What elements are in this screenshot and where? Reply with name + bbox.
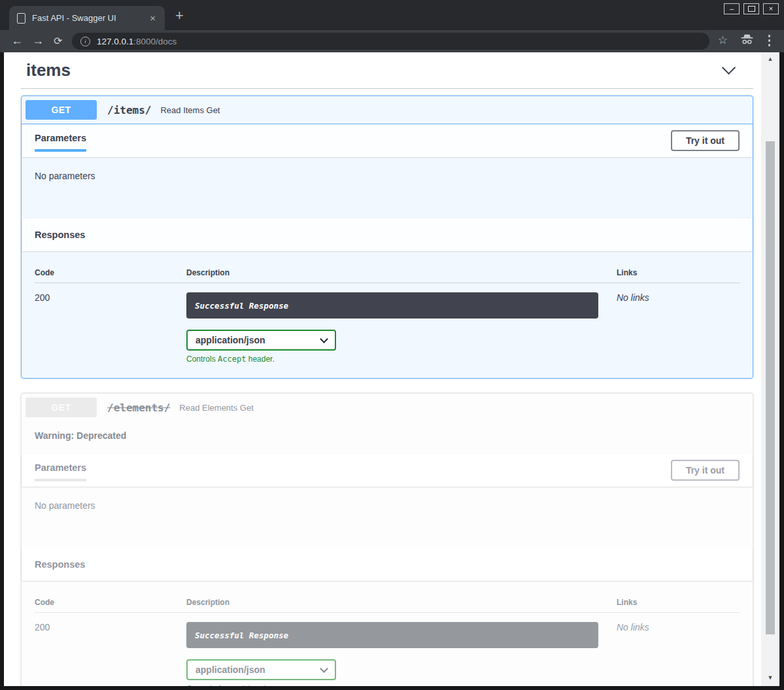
parameters-body: No parameters (22, 157, 753, 218)
tag-section-header[interactable]: items (21, 58, 753, 89)
code-column-header: Code (35, 598, 186, 607)
page-scrollbar[interactable]: ▲ ▼ (761, 52, 779, 686)
url-host: 127.0.0.1 (97, 37, 133, 46)
media-type-select[interactable]: application/json (186, 330, 336, 351)
maximize-button[interactable] (743, 3, 759, 14)
scroll-up-icon[interactable]: ▲ (761, 56, 779, 62)
method-badge: GET (26, 100, 97, 120)
operation-path: /elements/ (107, 402, 170, 414)
description-column-header: Description (186, 598, 617, 607)
response-description-cell: Successful Response application/json Con… (186, 292, 617, 364)
deprecated-warning: Warning: Deprecated (22, 421, 753, 454)
responses-label: Responses (35, 553, 85, 576)
browser-tab[interactable]: Fast API - Swagger UI × (9, 6, 165, 30)
parameters-label: Parameters (35, 133, 86, 143)
description-column-header: Description (186, 268, 617, 277)
responses-label: Responses (35, 224, 85, 246)
reload-icon[interactable]: ⟳ (54, 35, 62, 47)
browser-menu-icon[interactable] (768, 35, 771, 46)
page-favicon-icon (17, 13, 26, 24)
status-code: 200 (35, 622, 186, 686)
accept-header-note: Controls Accept header. (186, 684, 617, 686)
responses-header: Responses (22, 218, 753, 251)
window-controls: – × (724, 3, 779, 14)
parameters-tab: Parameters (35, 129, 86, 152)
operation-description: Read Elements Get (179, 403, 253, 413)
code-column-header: Code (35, 268, 186, 277)
response-row: 200 Successful Response application/json… (35, 613, 740, 686)
responses-table: Code Description Links 200 Successful Re… (22, 251, 753, 378)
bookmark-star-icon[interactable]: ☆ (718, 33, 728, 47)
opblock-get-elements-deprecated: GET /elements/ Read Elements Get Warning… (21, 393, 753, 686)
no-parameters-text: No parameters (35, 171, 95, 181)
scroll-down-icon[interactable]: ▼ (761, 674, 779, 681)
new-tab-button[interactable]: + (175, 9, 184, 23)
parameters-label: Parameters (35, 462, 86, 473)
response-row: 200 Successful Response application/json… (35, 283, 740, 364)
tab-close-icon[interactable]: × (148, 13, 157, 23)
active-tab-underline (35, 149, 86, 152)
parameters-tab: Parameters (35, 459, 86, 481)
tag-title: items (26, 60, 71, 80)
forward-icon[interactable]: → (32, 34, 44, 48)
parameters-header: Parameters Try it out (22, 454, 753, 487)
no-parameters-text: No parameters (35, 500, 95, 511)
links-column-header: Links (617, 268, 740, 277)
responses-table: Code Description Links 200 Successful Re… (22, 581, 753, 686)
active-tab-underline (35, 479, 86, 481)
response-description-text: Successful Response (195, 630, 288, 640)
swagger-ui: items GET /items/ Read Items Get Paramet… (4, 52, 753, 686)
address-bar[interactable]: i 127.0.0.1 :8000/docs (72, 33, 709, 50)
links-cell: No links (617, 622, 740, 686)
responses-header: Responses (22, 548, 753, 581)
try-it-out-button[interactable]: Try it out (671, 460, 740, 481)
response-description-cell: Successful Response application/json Con… (186, 622, 617, 686)
responses-table-head: Code Description Links (35, 262, 740, 283)
parameters-body: No parameters (22, 487, 753, 548)
response-description-box: Successful Response (186, 292, 598, 319)
back-icon[interactable]: ← (11, 34, 23, 48)
media-type-select[interactable]: application/json (186, 659, 336, 680)
try-it-out-button[interactable]: Try it out (671, 130, 740, 151)
responses-table-head: Code Description Links (35, 591, 740, 613)
maximize-icon (748, 6, 755, 12)
method-badge: GET (26, 398, 97, 417)
tab-title: Fast API - Swagger UI (32, 13, 142, 23)
chevron-down-icon[interactable] (722, 61, 736, 75)
opblock-get-items: GET /items/ Read Items Get Parameters Tr… (21, 95, 753, 379)
close-button[interactable]: × (763, 3, 779, 14)
response-description-box: Successful Response (186, 622, 598, 648)
url-path: :8000/docs (133, 37, 177, 46)
response-description-text: Successful Response (195, 301, 288, 311)
minimize-button[interactable]: – (724, 3, 740, 14)
media-type-value: application/json (196, 664, 265, 675)
browser-titlebar: Fast API - Swagger UI × + – × (0, 0, 784, 30)
chevron-down-icon (320, 664, 328, 673)
links-column-header: Links (617, 598, 740, 607)
operation-description: Read Items Get (160, 105, 220, 115)
media-type-value: application/json (196, 335, 265, 345)
chevron-down-icon (320, 335, 328, 343)
operation-path: /items/ (107, 104, 151, 116)
site-info-icon[interactable]: i (80, 37, 90, 46)
operation-summary[interactable]: GET /items/ Read Items Get (22, 96, 753, 124)
operation-summary[interactable]: GET /elements/ Read Elements Get (22, 394, 753, 421)
status-code: 200 (35, 292, 186, 364)
parameters-header: Parameters Try it out (22, 124, 753, 157)
links-cell: No links (617, 292, 740, 364)
scrollbar-thumb[interactable] (766, 141, 775, 634)
incognito-icon (740, 34, 754, 48)
accept-header-note: Controls Accept header. (186, 354, 617, 364)
page-viewport: items GET /items/ Read Items Get Paramet… (4, 52, 761, 686)
